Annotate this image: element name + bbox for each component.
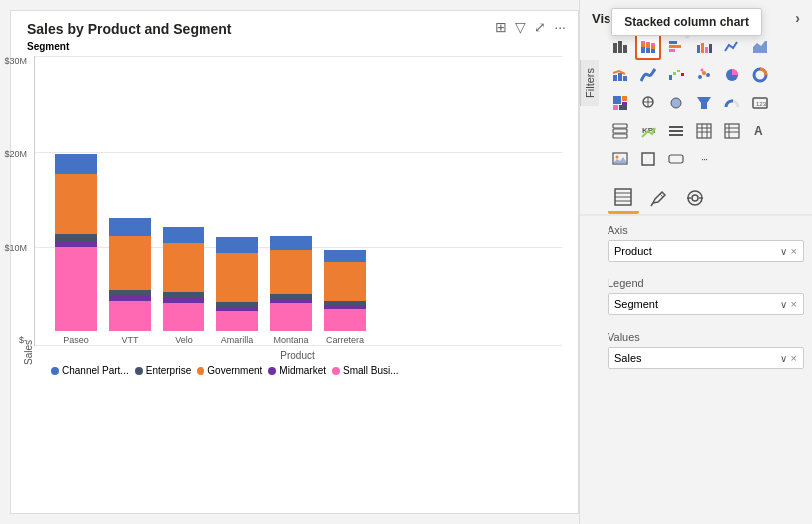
bar-group-paseo[interactable]: Paseo	[55, 154, 97, 345]
svg-rect-17	[705, 47, 708, 53]
gauge-viz-icon[interactable]	[719, 90, 745, 116]
sidebar: Filters Visualizations ›	[579, 0, 812, 524]
legend-text-midmarket: Midmarket	[279, 365, 326, 376]
shape-viz-icon[interactable]	[635, 146, 661, 172]
bar-group-vtt[interactable]: VTT	[109, 218, 151, 345]
more-viz-icon[interactable]: ···	[691, 146, 717, 172]
axis-pill-actions: ∨ ×	[780, 245, 797, 257]
focus-mode-icon[interactable]: ⊞	[495, 19, 507, 35]
chart-inner: $30M $20M $10M $-	[34, 56, 562, 365]
table-viz-icon[interactable]	[691, 118, 717, 144]
values-label: Values	[608, 331, 804, 343]
bar-label-velo: Velo	[175, 335, 193, 345]
svg-rect-0	[613, 43, 617, 53]
analytics-tab-button[interactable]	[679, 182, 711, 214]
bar-label-amarilla: Amarilla	[221, 335, 254, 345]
svg-marker-19	[753, 41, 767, 53]
axis-pill[interactable]: Product ∨ ×	[608, 240, 804, 262]
svg-point-64	[616, 156, 619, 159]
legend-label: Segment	[27, 41, 69, 52]
svg-point-74	[692, 195, 698, 201]
legend-item-enterprise: Enterprise	[135, 365, 192, 376]
values-close-icon[interactable]: ×	[791, 352, 797, 364]
map-viz-icon[interactable]	[635, 90, 661, 116]
legend-dot-government	[197, 367, 204, 375]
segment-paseo-government	[55, 174, 97, 234]
grid-line-bottom	[35, 345, 562, 346]
legend-chevron-icon[interactable]: ∨	[780, 299, 787, 310]
legend-item-midmarket: Midmarket	[268, 365, 326, 376]
svg-rect-36	[619, 105, 627, 110]
clustered-column-viz-icon[interactable]	[691, 34, 717, 60]
svg-rect-48	[613, 134, 627, 138]
svg-rect-13	[669, 45, 681, 48]
svg-text:123: 123	[756, 101, 767, 107]
pie-viz-icon[interactable]	[719, 62, 745, 88]
legend-pill[interactable]: Segment ∨ ×	[608, 293, 804, 315]
bars-container: Paseo VTT	[35, 56, 562, 345]
multi-row-card-viz-icon[interactable]	[608, 118, 633, 144]
text-viz-icon[interactable]: A	[747, 118, 773, 144]
segment-velo-channel	[163, 227, 204, 243]
legend-dot-smallbusi	[332, 367, 340, 375]
kpi-viz-icon[interactable]: KPI	[635, 118, 661, 144]
axis-close-icon[interactable]: ×	[791, 245, 797, 257]
values-pill-actions: ∨ ×	[780, 352, 797, 364]
legend-dot-midmarket	[268, 367, 276, 375]
axis-chevron-icon[interactable]: ∨	[780, 246, 787, 257]
image-viz-icon[interactable]	[608, 146, 633, 172]
waterfall-viz-icon[interactable]	[663, 62, 689, 88]
filter-icon[interactable]: ▽	[515, 19, 526, 35]
scatter-viz-icon[interactable]	[691, 62, 717, 88]
legend-close-icon[interactable]: ×	[791, 298, 797, 310]
legend-text-enterprise: Enterprise	[146, 365, 192, 376]
stacked-column-viz-icon[interactable]	[635, 34, 661, 60]
more-options-icon[interactable]: ···	[554, 19, 566, 35]
funnel-viz-icon[interactable]	[691, 90, 717, 116]
donut-viz-icon[interactable]	[747, 62, 773, 88]
svg-rect-2	[623, 45, 627, 53]
line-stacked-viz-icon[interactable]	[608, 62, 633, 88]
svg-point-27	[698, 75, 702, 79]
sidebar-chevron[interactable]: ›	[795, 10, 800, 26]
legend-item-channel: Channel Part...	[51, 365, 129, 376]
segment-paseo-small-busi	[55, 247, 97, 331]
svg-rect-18	[709, 44, 712, 53]
fields-tab-button[interactable]	[608, 182, 639, 214]
svg-rect-8	[646, 42, 650, 44]
y-tick-10m: $10M	[4, 243, 27, 253]
svg-rect-51	[669, 130, 683, 132]
legend-item-smallbusi: Small Busi...	[332, 365, 399, 376]
legend-value: Segment	[614, 298, 658, 310]
legend-text-smallbusi: Small Busi...	[343, 365, 399, 376]
chart-plot: $30M $20M $10M $-	[34, 56, 562, 346]
area-chart-viz-icon[interactable]	[747, 34, 773, 60]
expand-icon[interactable]: ⤢	[534, 19, 546, 35]
filled-map-viz-icon[interactable]	[663, 90, 689, 116]
format-tab-button[interactable]	[643, 182, 675, 214]
bar-label-vtt: VTT	[122, 335, 139, 345]
bar-group-velo[interactable]: Velo	[163, 227, 204, 345]
chart-toolbar: ⊞ ▽ ⤢ ···	[487, 15, 574, 39]
values-value: Sales	[614, 352, 642, 364]
bar-group-montana[interactable]: Montana	[270, 236, 312, 345]
slicer-viz-icon[interactable]	[663, 118, 689, 144]
card-viz-icon[interactable]: 123	[747, 90, 773, 116]
ribbon-chart-viz-icon[interactable]	[635, 62, 661, 88]
bar-group-amarilla[interactable]: Amarilla	[216, 237, 258, 345]
bar-group-carretera[interactable]: Carretera	[324, 250, 366, 345]
svg-rect-11	[651, 43, 655, 45]
legend-pill-actions: ∨ ×	[780, 298, 797, 310]
filters-strip[interactable]: Filters	[580, 60, 599, 106]
legend-text-government: Government	[207, 365, 262, 376]
line-chart-viz-icon[interactable]	[719, 34, 745, 60]
viz-icons-section: 123 KPI A	[580, 32, 812, 176]
values-chevron-icon[interactable]: ∨	[780, 353, 787, 364]
treemap-viz-icon[interactable]	[608, 90, 633, 116]
matrix-viz-icon[interactable]	[719, 118, 745, 144]
values-pill[interactable]: Sales ∨ ×	[608, 347, 804, 369]
button-viz-icon[interactable]	[663, 146, 689, 172]
bar-chart-icon[interactable]	[608, 34, 633, 60]
svg-rect-4	[641, 43, 645, 47]
svg-rect-66	[669, 155, 683, 163]
